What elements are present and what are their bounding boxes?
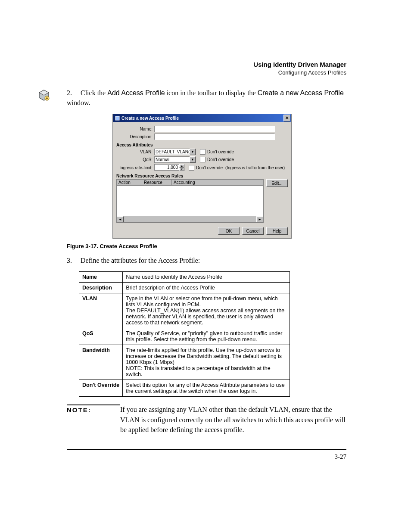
table-row: BandwidthThe rate-limits applied for thi… — [79, 345, 290, 380]
attr-name: Description — [79, 283, 123, 293]
page-rule — [67, 449, 346, 450]
note-label: NOTE: — [67, 404, 120, 414]
access-attributes-heading: Access Attributes — [116, 143, 288, 147]
description-input[interactable] — [154, 134, 275, 140]
attr-desc: Type in the VLAN or select one from the … — [123, 293, 290, 328]
page-header-title: Using Identity Driven Manager — [67, 60, 346, 69]
vlan-override-label: Don't override — [207, 149, 234, 154]
attr-name: VLAN — [79, 293, 123, 328]
attributes-table: NameName used to identify the Access Pro… — [79, 271, 290, 397]
name-label: Name: — [116, 127, 154, 131]
vlan-label: VLAN: — [116, 149, 154, 154]
table-row: VLANType in the VLAN or select one from … — [79, 293, 290, 328]
help-button[interactable]: Help — [266, 227, 288, 235]
qos-select[interactable]: Normal ▼ — [154, 156, 196, 163]
page-number: 3-27 — [67, 453, 346, 460]
ok-button[interactable]: OK — [218, 227, 240, 235]
ingress-rate-limit-input[interactable]: 1,000 ▲ ▼ — [154, 164, 184, 171]
ingress-override-label: Don't override — [196, 165, 223, 170]
chevron-down-icon[interactable]: ▼ — [190, 149, 196, 155]
attr-name: Bandwidth — [79, 345, 123, 380]
attr-name: Don't Override — [79, 380, 123, 397]
rules-heading: Network Resource Access Rules — [116, 174, 288, 178]
rules-table-body — [116, 186, 264, 216]
step-2-number: 2. — [67, 88, 79, 98]
spinner-down-icon[interactable]: ▼ — [179, 168, 184, 171]
table-row: DescriptionBrief description of the Acce… — [79, 283, 290, 293]
vlan-select-value: DEFAULT_VLAN(1) — [154, 149, 190, 155]
qos-select-value: Normal — [154, 156, 190, 163]
table-row: NameName used to identify the Access Pro… — [79, 272, 290, 283]
step-2: 2. Click the Add Access Profile icon in … — [67, 88, 346, 108]
ingress-value: 1,000 — [154, 164, 179, 171]
dialog-titlebar: Create a new Access Profile ✕ — [113, 114, 291, 122]
attr-desc: Name used to identify the Access Profile — [123, 272, 290, 283]
vlan-select[interactable]: DEFAULT_VLAN(1) ▼ — [154, 149, 196, 155]
step-3: 3. Define the attributes for the Access … — [67, 255, 346, 265]
col-accounting[interactable]: Accounting — [172, 180, 263, 185]
description-label: Description: — [116, 134, 154, 139]
step-2-text-a: Click the — [81, 89, 107, 96]
edit-button[interactable]: Edit... — [266, 179, 288, 187]
table-row: QoSThe Quality of Service, or "priority"… — [79, 328, 290, 345]
page-header-subtitle: Configuring Access Profiles — [67, 69, 346, 77]
dialog-title: Create a new Access Profile — [121, 116, 283, 121]
col-action[interactable]: Action — [117, 180, 142, 185]
qos-override-checkbox[interactable] — [200, 157, 206, 162]
attr-desc: Brief description of the Access Profile — [123, 283, 290, 293]
ingress-hint: (Ingress is traffic from the user) — [225, 165, 285, 170]
step-2-ui-2: Create a new Access Profile — [258, 89, 344, 96]
dialog-close-button[interactable]: ✕ — [283, 115, 290, 121]
dialog-title-icon — [115, 115, 120, 121]
qos-override-label: Don't override — [207, 157, 234, 162]
attr-desc: The Quality of Service, or "priority" gi… — [123, 328, 290, 345]
scroll-right-icon[interactable]: ► — [256, 216, 263, 222]
col-resource[interactable]: Resource — [142, 180, 172, 185]
qos-label: QoS: — [116, 157, 154, 162]
cancel-button[interactable]: Cancel — [242, 227, 264, 235]
step-3-text: Define the attributes for the Access Pro… — [81, 257, 200, 264]
attr-name: Name — [79, 272, 123, 283]
attr-name: QoS — [79, 328, 123, 345]
create-access-profile-dialog: Create a new Access Profile ✕ Name: Desc… — [112, 114, 292, 239]
ingress-label: Ingress rate-limit: — [116, 165, 154, 170]
rules-table-header: Action Resource Accounting — [116, 179, 264, 186]
step-3-number: 3. — [67, 255, 79, 265]
table-row: Don't OverrideSelect this option for any… — [79, 380, 290, 397]
spinner-up-icon[interactable]: ▲ — [179, 164, 184, 168]
note-body: If you are assigning any VLAN other than… — [120, 404, 346, 435]
step-2-text-c: window. — [67, 99, 90, 106]
figure-caption: Figure 3-17. Create Access Profile — [67, 243, 346, 249]
step-2-ui-1: Add Access Profile — [107, 89, 165, 96]
chevron-down-icon[interactable]: ▼ — [190, 156, 196, 163]
ingress-override-checkbox[interactable] — [189, 165, 194, 171]
attr-desc: The rate-limits applied for this profile… — [123, 345, 290, 380]
vlan-override-checkbox[interactable] — [200, 149, 206, 155]
name-input[interactable] — [154, 126, 275, 132]
scroll-left-icon[interactable]: ◄ — [117, 216, 124, 222]
add-access-profile-icon — [37, 88, 51, 103]
attr-desc: Select this option for any of the Access… — [123, 380, 290, 397]
svg-rect-5 — [115, 116, 119, 120]
step-2-text-b: icon in the toolbar to display the — [165, 89, 258, 96]
rules-hscrollbar[interactable]: ◄ ► — [116, 216, 264, 223]
